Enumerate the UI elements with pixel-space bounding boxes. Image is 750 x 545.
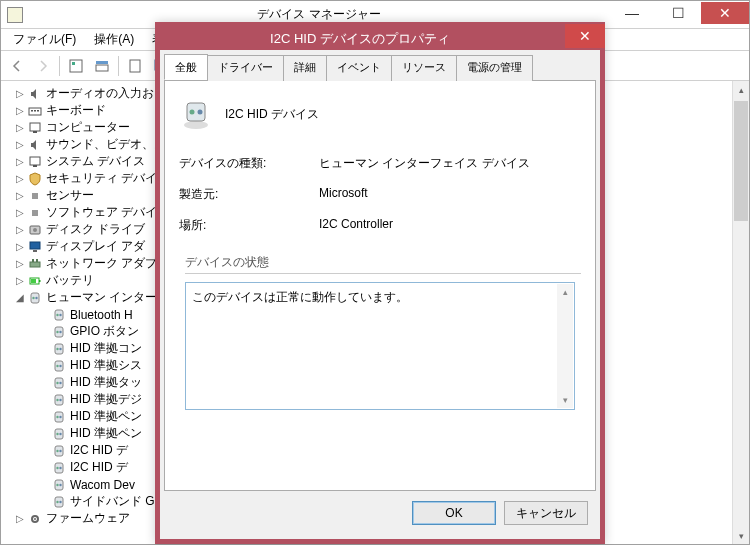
hid-icon [51,393,67,407]
minimize-button[interactable]: — [609,2,655,24]
svg-rect-13 [30,157,40,165]
hid-icon [51,478,67,492]
back-button[interactable] [5,54,29,78]
menu-action[interactable]: 操作(A) [86,29,142,50]
svg-point-37 [56,347,58,349]
expand-icon[interactable]: ▷ [13,156,27,167]
svg-point-56 [59,449,61,451]
close-button[interactable]: ✕ [701,2,749,24]
tree-item-label: ファームウェア [46,510,130,527]
expand-icon[interactable]: ▷ [13,122,27,133]
shield-icon [27,172,43,186]
expand-icon[interactable]: ▷ [13,241,27,252]
scroll-up-icon[interactable]: ▴ [733,81,749,98]
properties-dialog: I2C HID デバイスのプロパティ ✕ 全般ドライバー詳細イベントリソース電源… [155,22,605,544]
svg-rect-48 [55,412,63,422]
scroll-up-icon[interactable]: ▴ [557,284,573,300]
status-scrollbar[interactable]: ▴ ▾ [557,284,573,408]
tab[interactable]: リソース [391,55,457,81]
scroll-down-icon[interactable]: ▾ [557,392,573,408]
tree-item-label: サウンド、ビデオ、お [46,136,166,153]
toolbar-icon[interactable] [90,54,114,78]
svg-rect-8 [31,110,33,112]
expand-icon[interactable]: ▷ [13,173,27,184]
expand-icon[interactable]: ▷ [13,258,27,269]
svg-rect-9 [34,110,36,112]
tree-item-label: オーディオの入力お [46,85,154,102]
hid-icon [51,308,67,322]
device-status-textbox[interactable]: このデバイスは正常に動作しています。 ▴ ▾ [185,282,575,410]
svg-point-71 [198,110,203,115]
tree-item-label: HID 準拠ペン [70,408,142,425]
expand-icon[interactable]: ▷ [13,88,27,99]
expand-icon[interactable]: ▷ [13,224,27,235]
tree-item-label: HID 準拠シス [70,357,142,374]
dialog-close-button[interactable]: ✕ [565,24,605,48]
svg-point-46 [56,398,58,400]
expand-icon[interactable]: ▷ [13,207,27,218]
sensor-icon [27,189,43,203]
forward-button[interactable] [31,54,55,78]
window-title: デバイス マネージャー [29,6,609,23]
expand-icon[interactable]: ▷ [13,513,27,524]
tab[interactable]: ドライバー [207,55,284,81]
svg-rect-60 [55,480,63,490]
hid-icon [51,325,67,339]
menu-file[interactable]: ファイル(F) [5,29,84,50]
svg-rect-27 [31,293,39,303]
tree-item-label: サイドバンド G [70,493,155,510]
label-device-status: デバイスの状態 [179,254,581,271]
svg-point-55 [56,449,58,451]
maximize-button[interactable]: ☐ [655,2,701,24]
toolbar-icon[interactable] [64,54,88,78]
label-device-type: デバイスの種類: [179,155,319,172]
tree-item-label: Bluetooth H [70,308,133,322]
tab[interactable]: 全般 [164,54,208,80]
svg-rect-39 [55,361,63,371]
scroll-down-icon[interactable]: ▾ [733,527,749,544]
vertical-scrollbar[interactable]: ▴ ▾ [732,81,749,544]
svg-rect-33 [55,327,63,337]
ok-button[interactable]: OK [412,501,496,525]
tree-item-label: ディスプレイ アダ [46,238,145,255]
svg-point-49 [56,415,58,417]
expand-icon[interactable]: ▷ [13,105,27,116]
expand-icon[interactable]: ▷ [13,190,27,201]
tab[interactable]: 電源の管理 [456,55,533,81]
scroll-thumb[interactable] [734,101,748,221]
svg-rect-14 [33,165,37,167]
svg-rect-20 [33,250,37,252]
hid-icon [51,376,67,390]
dialog-button-row: OK キャンセル [164,491,596,535]
hid-icon [51,461,67,475]
tab[interactable]: イベント [326,55,392,81]
svg-rect-42 [55,378,63,388]
expand-icon[interactable]: ▷ [13,275,27,286]
svg-point-35 [59,330,61,332]
svg-rect-10 [37,110,39,112]
svg-point-43 [56,381,58,383]
svg-rect-57 [55,463,63,473]
hid-icon [51,427,67,441]
svg-rect-11 [30,123,40,131]
svg-point-58 [56,466,58,468]
svg-point-65 [59,500,61,502]
tree-item-label: HID 準拠ペン [70,425,142,442]
hid-icon [51,495,67,509]
gear-icon [27,512,43,526]
hid-icon [51,342,67,356]
collapse-icon[interactable]: ◢ [13,292,27,303]
svg-rect-26 [31,279,36,283]
tab[interactable]: 詳細 [283,55,327,81]
expand-icon[interactable]: ▷ [13,139,27,150]
svg-rect-16 [32,210,38,216]
cancel-button[interactable]: キャンセル [504,501,588,525]
svg-rect-54 [55,446,63,456]
svg-rect-36 [55,344,63,354]
tree-item-label: ネットワーク アダプ [46,255,157,272]
svg-rect-21 [30,262,40,267]
tree-item-label: HID 準拠コン [70,340,142,357]
svg-point-59 [59,466,61,468]
toolbar-icon[interactable] [123,54,147,78]
svg-point-52 [56,432,58,434]
